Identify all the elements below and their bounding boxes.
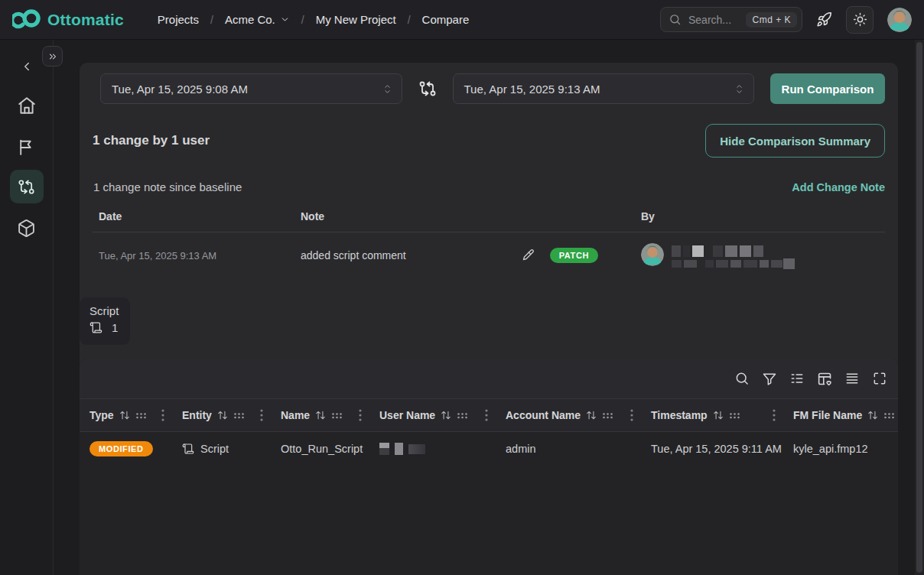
add-change-note-button[interactable]: Add Change Note [792, 181, 885, 193]
drag-handle-icon[interactable] [457, 411, 468, 420]
modified-badge: MODIFIED [89, 441, 153, 456]
change-note-text: added script comment [301, 249, 406, 262]
column-header-type: Type [80, 399, 172, 431]
column-menu-icon[interactable] [626, 409, 638, 421]
script-icon [182, 443, 194, 455]
rocket-icon[interactable] [816, 11, 832, 28]
app-logo-text: Ottomatic [47, 11, 124, 29]
redacted-user-name [379, 443, 425, 455]
sort-icon[interactable] [441, 410, 451, 421]
column-menu-icon[interactable] [768, 409, 780, 421]
table-row[interactable]: MODIFIED Script Otto_Run_Script [80, 432, 898, 466]
ottomatic-logo-icon [12, 8, 41, 31]
page-scrollbar [915, 40, 924, 575]
compare-panel: Tue, Apr 15, 2025 9:08 AM Tue, Apr 15, 2… [80, 63, 898, 575]
column-header-account-name: Account Name [496, 399, 641, 431]
sidebar-item-milestones[interactable] [10, 130, 44, 164]
change-note-date: Tue, Apr 15, 2025 9:13 AM [99, 250, 301, 262]
target-snapshot-select[interactable]: Tue, Apr 15, 2025 9:13 AM [453, 73, 755, 104]
change-notes-title: 1 change note since baseline [93, 180, 242, 193]
sort-icon[interactable] [867, 410, 878, 421]
drag-handle-icon[interactable] [233, 411, 245, 420]
breadcrumb-separator: / [301, 14, 304, 26]
sidebar [0, 40, 54, 575]
grid-search-icon[interactable] [734, 371, 750, 386]
grid-fullscreen-icon[interactable] [872, 371, 887, 386]
sort-icon[interactable] [217, 410, 228, 421]
column-menu-icon[interactable] [480, 409, 493, 421]
sidebar-item-compare[interactable] [10, 170, 44, 203]
entity-name: Otto_Run_Script [271, 443, 369, 455]
breadcrumb-item-compare[interactable]: Compare [422, 13, 470, 26]
summary-title: 1 change by 1 user [93, 133, 210, 148]
sort-icon[interactable] [713, 410, 724, 421]
search-input[interactable]: Search... Cmd + K [660, 7, 802, 32]
select-chevrons-icon [382, 83, 392, 95]
run-comparison-button[interactable]: Run Comparison [770, 73, 885, 104]
sidebar-item-home[interactable] [10, 89, 44, 122]
theme-toggle-button[interactable] [846, 6, 874, 34]
sidebar-back-button[interactable] [20, 60, 34, 73]
grid-saved-views-icon[interactable] [817, 371, 832, 386]
column-menu-icon[interactable] [255, 409, 268, 421]
hide-comparison-summary-button[interactable]: Hide Comparison Summary [705, 124, 885, 158]
column-header-name: Name [271, 399, 369, 431]
breadcrumb-separator: / [408, 14, 411, 26]
results-grid: Type Entity Name [80, 359, 898, 575]
tab-script[interactable]: Script 1 [80, 297, 130, 345]
sort-icon[interactable] [119, 410, 130, 421]
app-logo[interactable]: Ottomatic [12, 8, 124, 31]
breadcrumb: Projects / Acme Co. / My New Project / C… [158, 13, 469, 26]
change-note-author [641, 243, 885, 268]
sort-icon[interactable] [315, 410, 326, 421]
grid-toolbar [80, 359, 898, 398]
tab-script-count: 1 [112, 321, 118, 334]
column-menu-icon[interactable] [354, 409, 366, 421]
user-avatar[interactable] [887, 8, 912, 32]
topbar: Ottomatic Projects / Acme Co. / My New P… [0, 0, 924, 40]
search-icon [669, 13, 682, 26]
baseline-snapshot-select[interactable]: Tue, Apr 15, 2025 9:08 AM [100, 73, 402, 104]
flag-icon [17, 138, 36, 157]
select-chevrons-icon [734, 83, 744, 95]
sort-icon[interactable] [586, 410, 597, 421]
change-notes-table: Date Note By Tue, Apr 15, 2025 9:13 AM a… [80, 193, 898, 278]
redacted-fragment [783, 258, 795, 269]
column-header-date: Date [99, 210, 301, 223]
drag-handle-icon[interactable] [135, 411, 147, 420]
drag-handle-icon[interactable] [883, 411, 895, 420]
patch-badge: PATCH [550, 248, 598, 263]
grid-density-icon[interactable] [844, 371, 860, 386]
column-menu-icon[interactable] [157, 409, 169, 421]
search-placeholder: Search... [688, 14, 739, 26]
sun-icon [853, 12, 867, 27]
change-note-row: Tue, Apr 15, 2025 9:13 AM added script c… [93, 232, 885, 278]
author-avatar [641, 243, 664, 266]
sidebar-expand-button[interactable] [42, 46, 63, 67]
account-name: admin [496, 443, 641, 455]
column-header-note: Note [301, 210, 641, 223]
fm-file-name: kyle_api.fmp12 [783, 443, 871, 455]
column-header-entity: Entity [172, 399, 271, 431]
script-icon [89, 321, 102, 334]
grid-columns-list-icon[interactable] [789, 371, 805, 386]
breadcrumb-item-project[interactable]: My New Project [316, 13, 396, 26]
tab-script-label: Script [89, 304, 130, 317]
drag-handle-icon[interactable] [602, 411, 613, 420]
entity-type: Script [200, 443, 229, 455]
column-header-timestamp: Timestamp [641, 399, 783, 431]
main-content: Tue, Apr 15, 2025 9:08 AM Tue, Apr 15, 2… [54, 40, 924, 575]
chevrons-right-icon [47, 51, 58, 62]
drag-handle-icon[interactable] [331, 411, 343, 420]
breadcrumb-item-org-dropdown[interactable]: Acme Co. [225, 13, 290, 26]
breadcrumb-item-projects[interactable]: Projects [158, 13, 199, 26]
sidebar-item-deployments[interactable] [10, 211, 44, 245]
git-compare-icon [418, 80, 437, 98]
grid-filter-icon[interactable] [762, 371, 777, 386]
scrollbar-thumb[interactable] [916, 42, 922, 573]
search-shortcut-badge: Cmd + K [746, 12, 797, 28]
git-compare-icon [18, 178, 35, 196]
edit-note-icon[interactable] [521, 249, 535, 262]
redacted-author-name [672, 243, 782, 268]
drag-handle-icon[interactable] [729, 411, 740, 420]
